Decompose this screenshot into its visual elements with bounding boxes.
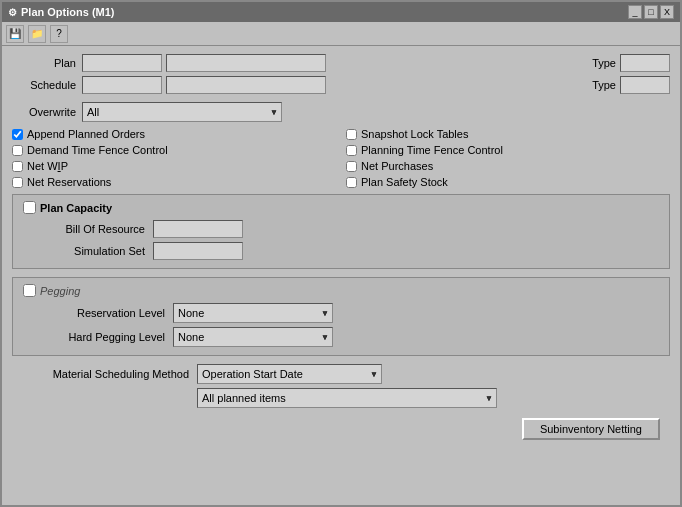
net-reservations-checkbox[interactable] — [12, 177, 23, 188]
reservation-level-select[interactable]: None Soft Hard — [173, 303, 333, 323]
planning-time-fence-label: Planning Time Fence Control — [361, 144, 503, 156]
plan-row: Plan — [12, 54, 584, 72]
bill-of-resource-input[interactable] — [153, 220, 243, 238]
net-purchases-item: Net Purchases — [346, 160, 670, 172]
plan-safety-stock-checkbox[interactable] — [346, 177, 357, 188]
scheduling-items-wrapper: All planned items Selected planned items… — [197, 388, 497, 408]
scheduling-method-wrapper: Operation Start Date Order Start Date Or… — [197, 364, 382, 384]
window-icon: ⚙ Plan Options (M1) — [8, 6, 115, 18]
demand-time-fence-label: Demand Time Fence Control — [27, 144, 168, 156]
snapshot-lock-tables-checkbox[interactable] — [346, 129, 357, 140]
schedule-input-2[interactable] — [166, 76, 326, 94]
net-wip-label: Net WIP — [27, 160, 68, 172]
checkboxes-area: Append Planned Orders Snapshot Lock Tabl… — [12, 128, 670, 188]
demand-time-fence-checkbox[interactable] — [12, 145, 23, 156]
plan-capacity-header: Plan Capacity — [23, 201, 659, 214]
overwrite-label: Overwrite — [12, 106, 82, 118]
scheduling-method-select[interactable]: Operation Start Date Order Start Date Or… — [197, 364, 382, 384]
pegging-section: Pegging Reservation Level None Soft Hard… — [12, 277, 670, 356]
pegging-fields: Reservation Level None Soft Hard ▼ Hard … — [23, 303, 659, 347]
overwrite-select-wrapper: All Demand Supply ▼ — [82, 102, 282, 122]
title-bar: ⚙ Plan Options (M1) _ □ X — [2, 2, 680, 22]
plan-capacity-label: Plan Capacity — [40, 202, 112, 214]
save-icon[interactable]: 💾 — [6, 25, 24, 43]
overwrite-select[interactable]: All Demand Supply — [82, 102, 282, 122]
plan-input-1[interactable] — [82, 54, 162, 72]
append-planned-orders-item: Append Planned Orders — [12, 128, 336, 140]
close-button[interactable]: X — [660, 5, 674, 19]
planning-time-fence-checkbox[interactable] — [346, 145, 357, 156]
scheduling-method-label: Material Scheduling Method — [22, 368, 197, 380]
pegging-header: Pegging — [23, 284, 659, 297]
plan-input-2[interactable] — [166, 54, 326, 72]
simulation-set-input[interactable] — [153, 242, 243, 260]
schedule-label: Schedule — [12, 79, 82, 91]
toolbar: 💾 📁 ? — [2, 22, 680, 46]
scheduling-items-select[interactable]: All planned items Selected planned items — [197, 388, 497, 408]
window-title: Plan Options (M1) — [21, 6, 115, 18]
form-content: Plan Schedule Type — [2, 46, 680, 505]
scheduling-method-row: Material Scheduling Method Operation Sta… — [22, 364, 670, 384]
capacity-fields: Bill Of Resource Simulation Set — [23, 220, 659, 260]
reservation-level-label: Reservation Level — [43, 307, 173, 319]
plan-capacity-section: Plan Capacity Bill Of Resource Simulatio… — [12, 194, 670, 269]
maximize-button[interactable]: □ — [644, 5, 658, 19]
net-wip-checkbox[interactable] — [12, 161, 23, 172]
simulation-set-row: Simulation Set — [43, 242, 659, 260]
reservation-level-wrapper: None Soft Hard ▼ — [173, 303, 333, 323]
folder-icon[interactable]: 📁 — [28, 25, 46, 43]
bill-of-resource-row: Bill Of Resource — [43, 220, 659, 238]
pegging-checkbox[interactable] — [23, 284, 36, 297]
type-label-2: Type — [592, 79, 616, 91]
pegging-label: Pegging — [40, 285, 80, 297]
planning-time-fence-item: Planning Time Fence Control — [346, 144, 670, 156]
plan-safety-stock-item: Plan Safety Stock — [346, 176, 670, 188]
type-input-1[interactable] — [620, 54, 670, 72]
schedule-input-1[interactable] — [82, 76, 162, 94]
type-input-2[interactable] — [620, 76, 670, 94]
schedule-row: Schedule — [12, 76, 584, 94]
net-purchases-label: Net Purchases — [361, 160, 433, 172]
reservation-level-row: Reservation Level None Soft Hard ▼ — [43, 303, 659, 323]
snapshot-lock-tables-label: Snapshot Lock Tables — [361, 128, 468, 140]
simulation-set-label: Simulation Set — [43, 245, 153, 257]
type-label-1: Type — [592, 57, 616, 69]
plan-label: Plan — [12, 57, 82, 69]
hard-pegging-level-label: Hard Pegging Level — [43, 331, 173, 343]
title-bar-controls: _ □ X — [628, 5, 674, 19]
hard-pegging-level-row: Hard Pegging Level None Soft Hard ▼ — [43, 327, 659, 347]
subinventory-netting-button[interactable]: Subinventory Netting — [522, 418, 660, 440]
append-planned-orders-checkbox[interactable] — [12, 129, 23, 140]
hard-pegging-level-wrapper: None Soft Hard ▼ — [173, 327, 333, 347]
overwrite-row: Overwrite All Demand Supply ▼ — [12, 102, 670, 122]
net-wip-item: Net WIP — [12, 160, 336, 172]
help-icon[interactable]: ? — [50, 25, 68, 43]
bill-of-resource-label: Bill Of Resource — [43, 223, 153, 235]
scheduling-items-row: All planned items Selected planned items… — [22, 388, 670, 408]
bottom-buttons: Subinventory Netting — [12, 418, 670, 440]
demand-time-fence-item: Demand Time Fence Control — [12, 144, 336, 156]
scheduling-section: Material Scheduling Method Operation Sta… — [12, 364, 670, 408]
main-window: ⚙ Plan Options (M1) _ □ X 💾 📁 ? Plan — [0, 0, 682, 507]
net-purchases-checkbox[interactable] — [346, 161, 357, 172]
minimize-button[interactable]: _ — [628, 5, 642, 19]
net-reservations-item: Net Reservations — [12, 176, 336, 188]
snapshot-lock-tables-item: Snapshot Lock Tables — [346, 128, 670, 140]
net-reservations-label: Net Reservations — [27, 176, 111, 188]
hard-pegging-level-select[interactable]: None Soft Hard — [173, 327, 333, 347]
plan-capacity-checkbox[interactable] — [23, 201, 36, 214]
plan-safety-stock-label: Plan Safety Stock — [361, 176, 448, 188]
append-planned-orders-label: Append Planned Orders — [27, 128, 145, 140]
